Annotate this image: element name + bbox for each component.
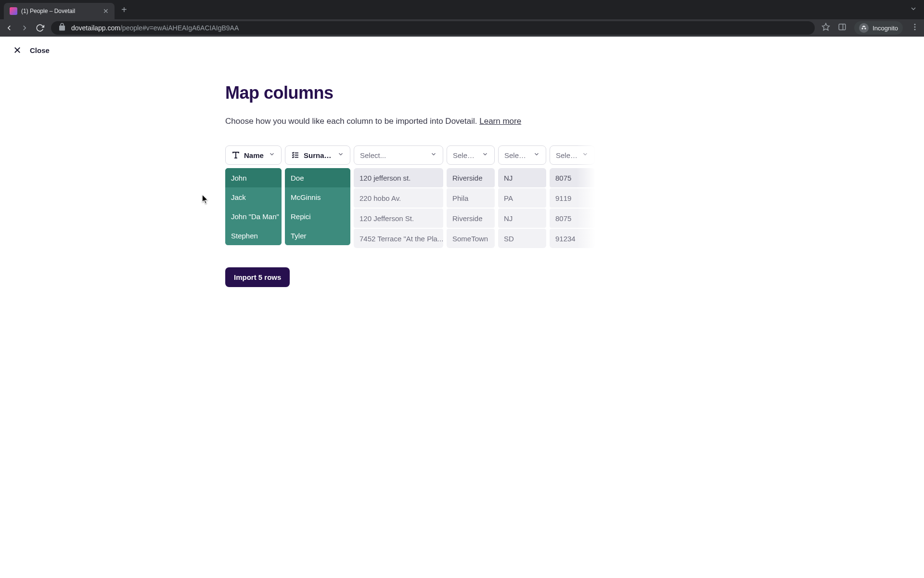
page-body: Close Map columns Choose how you would l…	[0, 37, 924, 578]
incognito-badge[interactable]: Incognito	[854, 21, 903, 35]
preview-header-cell: NJ	[498, 168, 546, 187]
browser-tab[interactable]: (1) People – Dovetail ✕	[4, 3, 115, 19]
preview-cell: McGinnis	[285, 187, 350, 207]
preview-cell: Jack	[225, 187, 282, 207]
preview-header-cell: Riverside	[447, 168, 495, 187]
preview-cell: Tyler	[285, 226, 350, 245]
learn-more-link[interactable]: Learn more	[479, 117, 521, 126]
preview-cell: NJ	[498, 209, 546, 228]
preview-header-cell: 120 jefferson st.	[354, 168, 443, 187]
column-select-unmapped[interactable]: Select...	[498, 145, 546, 165]
import-button[interactable]: Import 5 rows	[225, 267, 290, 287]
column-select-name[interactable]: Name	[225, 145, 282, 165]
preview-cell: 220 hobo Av.	[354, 188, 443, 208]
column-select-unmapped[interactable]: Select...	[550, 145, 595, 165]
side-panel-icon[interactable]	[838, 23, 847, 33]
url-path: /people#v=ewAiAHEAIgA6ACIAIgB9AA	[120, 24, 239, 32]
preview-cell: SomeTown	[447, 229, 495, 248]
close-bar: Close	[0, 37, 924, 64]
list-icon	[291, 151, 300, 159]
column-body: RiversidePhilaRiversideSomeTown	[447, 168, 495, 248]
url-text: dovetailapp.com/people#v=ewAiAHEAIgA6ACI…	[71, 24, 239, 32]
page-subtitle: Choose how you would like each column to…	[225, 117, 597, 126]
kebab-menu-icon[interactable]	[911, 23, 919, 33]
preview-cell: 8075	[550, 209, 595, 228]
chevron-down-icon	[582, 151, 589, 159]
text-icon	[231, 151, 240, 159]
column-select-label: Select...	[504, 151, 529, 159]
svg-rect-1	[839, 24, 846, 30]
preview-cell: Riverside	[447, 209, 495, 228]
preview-cell: 9119	[550, 188, 595, 208]
forward-button[interactable]	[20, 24, 29, 32]
column-5: Select...80759119807591234	[550, 145, 595, 248]
column-4: Select...NJPANJSD	[498, 145, 546, 248]
close-label[interactable]: Close	[30, 46, 50, 54]
preview-cell: Repici	[285, 207, 350, 226]
column-select-label: Surname	[304, 151, 334, 159]
preview-cell: Stephen	[225, 226, 282, 245]
window-controls-chevron-icon[interactable]	[903, 5, 924, 14]
back-button[interactable]	[5, 24, 13, 32]
column-body: DoeMcGinnisRepiciTyler	[285, 168, 350, 245]
chevron-down-icon	[337, 151, 344, 159]
column-1: SurnameDoeMcGinnisRepiciTyler	[285, 145, 350, 248]
close-button[interactable]	[12, 44, 23, 56]
chevron-down-icon	[430, 151, 437, 159]
column-select-unmapped[interactable]: Select...	[354, 145, 443, 165]
tab-title: (1) People – Dovetail	[21, 8, 99, 14]
lock-icon	[58, 23, 66, 33]
column-select-unmapped[interactable]: Select...	[447, 145, 495, 165]
column-2: Select...120 jefferson st.220 hobo Av.12…	[354, 145, 443, 248]
url-host: dovetailapp.com	[71, 24, 120, 32]
incognito-icon	[859, 23, 869, 33]
svg-marker-0	[822, 24, 830, 30]
column-select-label: Select...	[453, 151, 478, 159]
preview-cell: 91234	[550, 229, 595, 248]
svg-point-3	[914, 24, 916, 25]
column-select-label: Select...	[360, 151, 426, 159]
column-0: NameJohnJackJohn "Da Man"Stephen	[225, 145, 282, 248]
preview-cell: John "Da Man"	[225, 207, 282, 226]
browser-tab-strip: (1) People – Dovetail ✕ +	[0, 0, 924, 19]
preview-cell: 7452 Terrace "At the Pla...	[354, 229, 443, 248]
preview-cell: PA	[498, 188, 546, 208]
column-mapper: NameJohnJackJohn "Da Man"StephenSurnameD…	[225, 145, 596, 248]
browser-toolbar: dovetailapp.com/people#v=ewAiAHEAIgA6ACI…	[0, 19, 924, 37]
preview-cell: 120 Jefferson St.	[354, 209, 443, 228]
preview-cell: Phila	[447, 188, 495, 208]
reload-button[interactable]	[36, 24, 44, 32]
svg-point-4	[914, 26, 916, 28]
chevron-down-icon	[533, 151, 540, 159]
close-tab-icon[interactable]: ✕	[103, 7, 109, 15]
preview-header-cell: Doe	[285, 168, 350, 187]
chevron-down-icon	[482, 151, 488, 159]
preview-header-cell: 8075	[550, 168, 595, 187]
column-select-surname[interactable]: Surname	[285, 145, 350, 165]
new-tab-button[interactable]: +	[115, 4, 134, 15]
favicon	[10, 7, 17, 15]
column-body: 120 jefferson st.220 hobo Av.120 Jeffers…	[354, 168, 443, 248]
column-body: JohnJackJohn "Da Man"Stephen	[225, 168, 282, 245]
column-select-label: Select...	[556, 151, 578, 159]
subtitle-text: Choose how you would like each column to…	[225, 117, 479, 126]
column-body: 80759119807591234	[550, 168, 595, 248]
svg-point-5	[914, 29, 916, 30]
address-bar[interactable]: dovetailapp.com/people#v=ewAiAHEAIgA6ACI…	[51, 21, 815, 35]
incognito-label: Incognito	[873, 25, 898, 32]
column-body: NJPANJSD	[498, 168, 546, 248]
column-3: Select...RiversidePhilaRiversideSomeTown	[447, 145, 495, 248]
preview-header-cell: John	[225, 168, 282, 187]
column-select-label: Name	[244, 151, 265, 159]
bookmark-star-icon[interactable]	[821, 23, 830, 33]
page-title: Map columns	[225, 83, 597, 103]
chevron-down-icon	[269, 151, 275, 159]
preview-cell: SD	[498, 229, 546, 248]
